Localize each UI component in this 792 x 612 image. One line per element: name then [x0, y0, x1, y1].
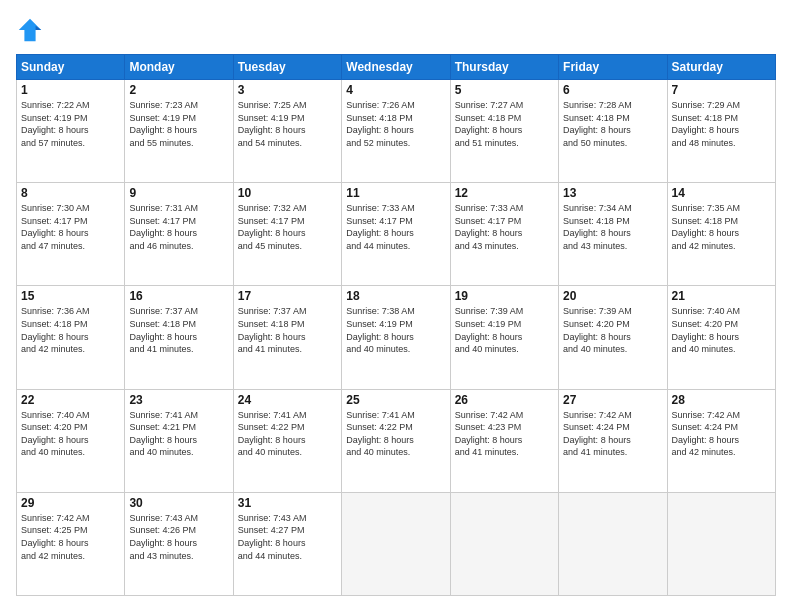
day-cell	[667, 492, 775, 595]
day-cell: 17Sunrise: 7:37 AM Sunset: 4:18 PM Dayli…	[233, 286, 341, 389]
weekday-header-row: SundayMondayTuesdayWednesdayThursdayFrid…	[17, 55, 776, 80]
day-number: 22	[21, 393, 120, 407]
day-number: 27	[563, 393, 662, 407]
logo	[16, 16, 48, 44]
day-cell: 19Sunrise: 7:39 AM Sunset: 4:19 PM Dayli…	[450, 286, 558, 389]
day-number: 1	[21, 83, 120, 97]
day-cell: 8Sunrise: 7:30 AM Sunset: 4:17 PM Daylig…	[17, 183, 125, 286]
day-cell: 15Sunrise: 7:36 AM Sunset: 4:18 PM Dayli…	[17, 286, 125, 389]
day-cell	[342, 492, 450, 595]
day-cell: 26Sunrise: 7:42 AM Sunset: 4:23 PM Dayli…	[450, 389, 558, 492]
day-cell: 30Sunrise: 7:43 AM Sunset: 4:26 PM Dayli…	[125, 492, 233, 595]
day-cell: 16Sunrise: 7:37 AM Sunset: 4:18 PM Dayli…	[125, 286, 233, 389]
day-cell: 3Sunrise: 7:25 AM Sunset: 4:19 PM Daylig…	[233, 80, 341, 183]
day-cell: 5Sunrise: 7:27 AM Sunset: 4:18 PM Daylig…	[450, 80, 558, 183]
day-info: Sunrise: 7:37 AM Sunset: 4:18 PM Dayligh…	[238, 305, 337, 355]
day-number: 4	[346, 83, 445, 97]
day-cell: 20Sunrise: 7:39 AM Sunset: 4:20 PM Dayli…	[559, 286, 667, 389]
day-info: Sunrise: 7:43 AM Sunset: 4:27 PM Dayligh…	[238, 512, 337, 562]
day-info: Sunrise: 7:36 AM Sunset: 4:18 PM Dayligh…	[21, 305, 120, 355]
day-info: Sunrise: 7:22 AM Sunset: 4:19 PM Dayligh…	[21, 99, 120, 149]
day-info: Sunrise: 7:41 AM Sunset: 4:22 PM Dayligh…	[346, 409, 445, 459]
day-info: Sunrise: 7:33 AM Sunset: 4:17 PM Dayligh…	[455, 202, 554, 252]
day-info: Sunrise: 7:42 AM Sunset: 4:24 PM Dayligh…	[563, 409, 662, 459]
day-number: 15	[21, 289, 120, 303]
day-info: Sunrise: 7:43 AM Sunset: 4:26 PM Dayligh…	[129, 512, 228, 562]
day-number: 5	[455, 83, 554, 97]
day-info: Sunrise: 7:31 AM Sunset: 4:17 PM Dayligh…	[129, 202, 228, 252]
week-row-4: 22Sunrise: 7:40 AM Sunset: 4:20 PM Dayli…	[17, 389, 776, 492]
day-number: 12	[455, 186, 554, 200]
day-cell: 31Sunrise: 7:43 AM Sunset: 4:27 PM Dayli…	[233, 492, 341, 595]
weekday-header-tuesday: Tuesday	[233, 55, 341, 80]
day-number: 30	[129, 496, 228, 510]
day-number: 7	[672, 83, 771, 97]
day-cell: 2Sunrise: 7:23 AM Sunset: 4:19 PM Daylig…	[125, 80, 233, 183]
day-cell: 10Sunrise: 7:32 AM Sunset: 4:17 PM Dayli…	[233, 183, 341, 286]
day-info: Sunrise: 7:39 AM Sunset: 4:20 PM Dayligh…	[563, 305, 662, 355]
day-cell: 25Sunrise: 7:41 AM Sunset: 4:22 PM Dayli…	[342, 389, 450, 492]
day-info: Sunrise: 7:33 AM Sunset: 4:17 PM Dayligh…	[346, 202, 445, 252]
weekday-header-friday: Friday	[559, 55, 667, 80]
day-number: 25	[346, 393, 445, 407]
day-number: 20	[563, 289, 662, 303]
day-number: 23	[129, 393, 228, 407]
day-info: Sunrise: 7:30 AM Sunset: 4:17 PM Dayligh…	[21, 202, 120, 252]
day-number: 17	[238, 289, 337, 303]
day-cell: 23Sunrise: 7:41 AM Sunset: 4:21 PM Dayli…	[125, 389, 233, 492]
day-cell: 6Sunrise: 7:28 AM Sunset: 4:18 PM Daylig…	[559, 80, 667, 183]
day-info: Sunrise: 7:42 AM Sunset: 4:23 PM Dayligh…	[455, 409, 554, 459]
weekday-header-wednesday: Wednesday	[342, 55, 450, 80]
day-info: Sunrise: 7:37 AM Sunset: 4:18 PM Dayligh…	[129, 305, 228, 355]
day-number: 13	[563, 186, 662, 200]
day-cell: 12Sunrise: 7:33 AM Sunset: 4:17 PM Dayli…	[450, 183, 558, 286]
logo-icon	[16, 16, 44, 44]
day-info: Sunrise: 7:29 AM Sunset: 4:18 PM Dayligh…	[672, 99, 771, 149]
day-cell: 18Sunrise: 7:38 AM Sunset: 4:19 PM Dayli…	[342, 286, 450, 389]
weekday-header-saturday: Saturday	[667, 55, 775, 80]
day-cell: 28Sunrise: 7:42 AM Sunset: 4:24 PM Dayli…	[667, 389, 775, 492]
day-number: 24	[238, 393, 337, 407]
day-info: Sunrise: 7:34 AM Sunset: 4:18 PM Dayligh…	[563, 202, 662, 252]
day-cell: 21Sunrise: 7:40 AM Sunset: 4:20 PM Dayli…	[667, 286, 775, 389]
day-cell: 1Sunrise: 7:22 AM Sunset: 4:19 PM Daylig…	[17, 80, 125, 183]
day-info: Sunrise: 7:38 AM Sunset: 4:19 PM Dayligh…	[346, 305, 445, 355]
day-info: Sunrise: 7:42 AM Sunset: 4:25 PM Dayligh…	[21, 512, 120, 562]
day-cell: 13Sunrise: 7:34 AM Sunset: 4:18 PM Dayli…	[559, 183, 667, 286]
day-info: Sunrise: 7:26 AM Sunset: 4:18 PM Dayligh…	[346, 99, 445, 149]
day-cell: 4Sunrise: 7:26 AM Sunset: 4:18 PM Daylig…	[342, 80, 450, 183]
day-number: 10	[238, 186, 337, 200]
day-cell: 29Sunrise: 7:42 AM Sunset: 4:25 PM Dayli…	[17, 492, 125, 595]
day-info: Sunrise: 7:23 AM Sunset: 4:19 PM Dayligh…	[129, 99, 228, 149]
day-number: 28	[672, 393, 771, 407]
day-number: 18	[346, 289, 445, 303]
week-row-3: 15Sunrise: 7:36 AM Sunset: 4:18 PM Dayli…	[17, 286, 776, 389]
day-number: 3	[238, 83, 337, 97]
day-cell: 9Sunrise: 7:31 AM Sunset: 4:17 PM Daylig…	[125, 183, 233, 286]
day-cell	[450, 492, 558, 595]
day-info: Sunrise: 7:41 AM Sunset: 4:21 PM Dayligh…	[129, 409, 228, 459]
day-number: 21	[672, 289, 771, 303]
day-info: Sunrise: 7:41 AM Sunset: 4:22 PM Dayligh…	[238, 409, 337, 459]
day-info: Sunrise: 7:40 AM Sunset: 4:20 PM Dayligh…	[672, 305, 771, 355]
calendar: SundayMondayTuesdayWednesdayThursdayFrid…	[16, 54, 776, 596]
header	[16, 16, 776, 44]
day-number: 14	[672, 186, 771, 200]
day-info: Sunrise: 7:32 AM Sunset: 4:17 PM Dayligh…	[238, 202, 337, 252]
day-info: Sunrise: 7:35 AM Sunset: 4:18 PM Dayligh…	[672, 202, 771, 252]
day-number: 31	[238, 496, 337, 510]
weekday-header-thursday: Thursday	[450, 55, 558, 80]
day-cell: 11Sunrise: 7:33 AM Sunset: 4:17 PM Dayli…	[342, 183, 450, 286]
weekday-header-monday: Monday	[125, 55, 233, 80]
day-number: 8	[21, 186, 120, 200]
day-number: 9	[129, 186, 228, 200]
day-number: 16	[129, 289, 228, 303]
week-row-2: 8Sunrise: 7:30 AM Sunset: 4:17 PM Daylig…	[17, 183, 776, 286]
week-row-1: 1Sunrise: 7:22 AM Sunset: 4:19 PM Daylig…	[17, 80, 776, 183]
day-cell: 27Sunrise: 7:42 AM Sunset: 4:24 PM Dayli…	[559, 389, 667, 492]
day-number: 6	[563, 83, 662, 97]
day-cell	[559, 492, 667, 595]
day-info: Sunrise: 7:27 AM Sunset: 4:18 PM Dayligh…	[455, 99, 554, 149]
day-number: 11	[346, 186, 445, 200]
day-cell: 24Sunrise: 7:41 AM Sunset: 4:22 PM Dayli…	[233, 389, 341, 492]
